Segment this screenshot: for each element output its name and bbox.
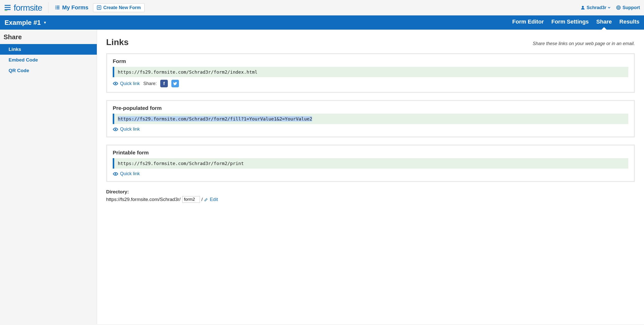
card-print-actions: Quick link bbox=[113, 171, 628, 176]
my-forms-link[interactable]: My Forms bbox=[55, 4, 88, 11]
edit-label: Edit bbox=[210, 197, 218, 202]
sidebar-item-embed[interactable]: Embed Code bbox=[0, 55, 97, 65]
main: Share Links Embed Code QR Code Links Sha… bbox=[0, 30, 644, 324]
user-menu[interactable]: Schrad3r bbox=[581, 5, 610, 10]
twitter-icon[interactable] bbox=[171, 80, 179, 87]
sidebar-title: Share bbox=[0, 30, 97, 44]
svg-rect-3 bbox=[5, 10, 7, 11]
sidebar-item-qr[interactable]: QR Code bbox=[0, 65, 97, 76]
my-forms-label: My Forms bbox=[62, 4, 88, 11]
sidebar: Share Links Embed Code QR Code bbox=[0, 30, 97, 324]
svg-rect-7 bbox=[56, 7, 59, 8]
svg-rect-6 bbox=[55, 7, 56, 8]
page-header: Links Share these links on your web page… bbox=[106, 37, 635, 47]
header-right: Schrad3r Support bbox=[581, 5, 640, 10]
caret-down-icon: ▼ bbox=[43, 21, 47, 25]
form-name: Example #1 bbox=[5, 19, 41, 27]
form-url[interactable]: https://fs29.formsite.com/Schrad3r/form2… bbox=[113, 67, 628, 77]
card-printable: Printable form https://fs29.formsite.com… bbox=[106, 145, 635, 182]
card-prepopulated: Pre-populated form https://fs29.formsite… bbox=[106, 100, 635, 137]
form-nav: Form Editor Form Settings Share Results bbox=[512, 18, 639, 27]
page-title: Links bbox=[106, 37, 129, 47]
eye-icon bbox=[113, 127, 118, 131]
quick-link-label: Quick link bbox=[120, 81, 140, 86]
svg-point-17 bbox=[115, 129, 116, 130]
card-prepop-heading: Pre-populated form bbox=[113, 105, 628, 111]
svg-rect-8 bbox=[55, 9, 56, 9]
lifebuoy-icon bbox=[616, 5, 621, 10]
page-hint: Share these links on your web page or in… bbox=[533, 41, 635, 46]
svg-rect-0 bbox=[5, 5, 10, 6]
svg-rect-4 bbox=[55, 6, 56, 7]
facebook-icon[interactable]: f bbox=[160, 80, 168, 87]
edit-directory-link[interactable]: Edit bbox=[204, 197, 218, 202]
pencil-icon bbox=[204, 197, 208, 201]
brand-name: formsite bbox=[14, 3, 42, 13]
share-label: Share: bbox=[143, 81, 157, 86]
card-prepop-actions: Quick link bbox=[113, 127, 628, 132]
divider bbox=[48, 2, 49, 13]
directory-label: Directory: bbox=[106, 189, 635, 195]
nav-form-editor[interactable]: Form Editor bbox=[512, 18, 544, 27]
directory-section: Directory: https://fs29.formsite.com/Sch… bbox=[106, 189, 635, 203]
svg-point-14 bbox=[617, 6, 620, 10]
quick-link-print[interactable]: Quick link bbox=[113, 171, 140, 176]
nav-share[interactable]: Share bbox=[596, 18, 612, 27]
brand-icon bbox=[4, 4, 11, 11]
brand-logo[interactable]: formsite bbox=[4, 3, 42, 13]
svg-point-15 bbox=[618, 7, 619, 9]
directory-row: https://fs29.formsite.com/Schrad3r/ / Ed… bbox=[106, 196, 635, 203]
svg-point-18 bbox=[115, 173, 116, 175]
nav-results[interactable]: Results bbox=[619, 18, 639, 27]
twitter-bird-icon bbox=[173, 81, 177, 86]
eye-icon bbox=[113, 172, 118, 176]
card-form: Form https://fs29.formsite.com/Schrad3r/… bbox=[106, 53, 635, 93]
form-nav-bar: Example #1 ▼ Form Editor Form Settings S… bbox=[0, 15, 644, 30]
directory-input[interactable] bbox=[182, 196, 200, 203]
svg-point-16 bbox=[115, 83, 116, 84]
card-form-actions: Quick link Share: f bbox=[113, 80, 628, 87]
svg-rect-5 bbox=[56, 6, 59, 7]
svg-rect-2 bbox=[5, 9, 10, 10]
header-left: formsite My Forms Create New Form bbox=[4, 2, 145, 13]
quick-link-form[interactable]: Quick link bbox=[113, 81, 140, 86]
list-icon bbox=[55, 5, 60, 10]
form-selector[interactable]: Example #1 ▼ bbox=[5, 19, 47, 27]
prepop-url[interactable]: https://fs29.formsite.com/Schrad3r/form2… bbox=[113, 114, 628, 124]
svg-rect-12 bbox=[98, 7, 100, 8]
quick-link-prepop[interactable]: Quick link bbox=[113, 127, 140, 132]
svg-rect-9 bbox=[56, 9, 59, 9]
content: Links Share these links on your web page… bbox=[97, 30, 644, 324]
quick-link-label: Quick link bbox=[120, 171, 140, 176]
top-header: formsite My Forms Create New Form Schrad… bbox=[0, 0, 644, 15]
card-print-heading: Printable form bbox=[113, 150, 628, 156]
username-label: Schrad3r bbox=[587, 5, 606, 10]
svg-point-13 bbox=[582, 6, 584, 8]
directory-slash: / bbox=[201, 197, 203, 202]
plus-icon bbox=[97, 5, 101, 10]
user-icon bbox=[581, 5, 585, 10]
nav-form-settings[interactable]: Form Settings bbox=[551, 18, 589, 27]
print-url[interactable]: https://fs29.formsite.com/Schrad3r/form2… bbox=[113, 158, 628, 169]
sidebar-item-links[interactable]: Links bbox=[0, 44, 97, 55]
card-form-heading: Form bbox=[113, 58, 628, 64]
support-label: Support bbox=[623, 5, 640, 10]
create-form-label: Create New Form bbox=[103, 5, 141, 10]
quick-link-label: Quick link bbox=[120, 127, 140, 132]
directory-base: https://fs29.formsite.com/Schrad3r/ bbox=[106, 197, 181, 202]
svg-rect-1 bbox=[5, 7, 10, 8]
eye-icon bbox=[113, 82, 118, 86]
chevron-down-icon bbox=[608, 6, 610, 9]
create-form-button[interactable]: Create New Form bbox=[93, 3, 145, 12]
support-link[interactable]: Support bbox=[616, 5, 640, 10]
